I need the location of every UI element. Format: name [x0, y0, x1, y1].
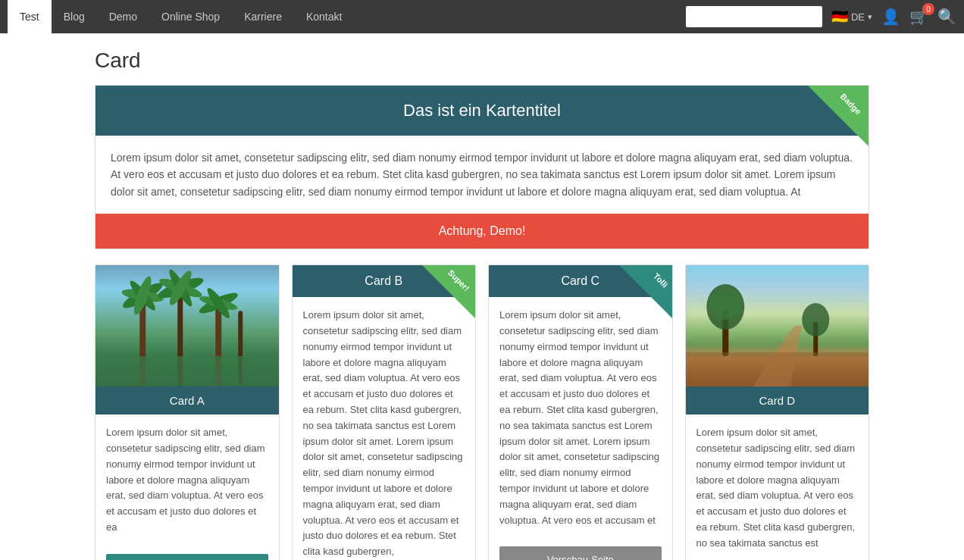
nav-item-blog[interactable]: Blog: [52, 0, 97, 33]
cart-icon[interactable]: 🛒 0: [909, 8, 928, 26]
search-icon[interactable]: 🔍: [937, 8, 956, 26]
card-b-title: Card B: [365, 274, 402, 287]
nav-item-test[interactable]: Test: [8, 0, 52, 33]
card-a-image: [95, 265, 279, 386]
svg-rect-21: [686, 352, 869, 386]
card-d-text: Lorem ipsum dolor sit amet, consetetur s…: [696, 425, 859, 551]
card-a-title: Card A: [170, 394, 205, 407]
card-grid: Card A Lorem ipsum dolor sit amet, conse…: [95, 264, 869, 560]
chevron-down-icon: ▾: [868, 12, 872, 22]
page-title: Card: [95, 48, 869, 73]
card-a-body: Lorem ipsum dolor sit amet, consetetur s…: [95, 415, 279, 546]
lang-code: DE: [851, 11, 865, 23]
card-a-text: Lorem ipsum dolor sit amet, consetetur s…: [106, 425, 268, 536]
card-d-title-bar: Card D: [686, 386, 869, 415]
big-card-body: Lorem ipsum dolor sit amet, consetetur s…: [95, 136, 869, 214]
card-d: Card D Lorem ipsum dolor sit amet, conse…: [685, 264, 870, 560]
big-card-header: Das ist ein Kartentitel Badge: [95, 86, 869, 136]
nav-item-demo[interactable]: Demo: [97, 0, 149, 33]
card-c-header: Card C: [489, 265, 672, 297]
card-c: Card C Tolli Lorem ipsum dolor sit amet,…: [488, 264, 673, 560]
card-a: Card A Lorem ipsum dolor sit amet, conse…: [95, 264, 280, 560]
card-b-header: Card B: [293, 265, 476, 297]
svg-point-20: [802, 303, 829, 336]
language-selector[interactable]: 🇩🇪 DE ▾: [831, 8, 872, 25]
nav-item-kontakt[interactable]: Kontakt: [294, 0, 354, 33]
card-a-title-bar: Card A: [95, 386, 279, 415]
card-c-text: Lorem ipsum dolor sit amet, consetetur s…: [499, 308, 662, 528]
card-b: Card B Super! Lorem ipsum dolor sit amet…: [292, 264, 477, 560]
big-card: Das ist ein Kartentitel Badge Lorem ipsu…: [95, 85, 869, 249]
big-card-alert: Achtung, Demo!: [95, 214, 869, 249]
card-c-footer: Vorschau-Seite: [489, 539, 672, 560]
card-d-image: [686, 265, 869, 386]
main-content: Card Das ist ein Kartentitel Badge Lorem…: [0, 33, 964, 560]
navbar: Test Blog Demo Online Shop Karriere Kont…: [0, 0, 964, 33]
card-a-footer: Hier gehts zur Demo!: [95, 546, 279, 560]
card-b-text: Lorem ipsum dolor sit amet, consetetur s…: [303, 308, 465, 560]
card-c-button[interactable]: Vorschau-Seite: [499, 546, 662, 560]
nav-menu: Test Blog Demo Online Shop Karriere Kont…: [8, 0, 686, 33]
card-a-button[interactable]: Hier gehts zur Demo!: [106, 554, 268, 560]
cart-badge-count: 0: [922, 3, 934, 15]
search-input[interactable]: [686, 6, 822, 27]
big-card-text: Lorem ipsum dolor sit amet, consetetur s…: [111, 149, 853, 200]
svg-rect-15: [95, 356, 279, 386]
nav-item-online-shop[interactable]: Online Shop: [149, 0, 232, 33]
big-card-title: Das ist ein Kartentitel: [403, 101, 561, 120]
nav-right-section: 🇩🇪 DE ▾ 👤 🛒 0 🔍: [686, 6, 956, 27]
alert-text: Achtung, Demo!: [439, 224, 526, 237]
user-icon[interactable]: 👤: [881, 8, 900, 26]
card-c-body: Lorem ipsum dolor sit amet, consetetur s…: [489, 297, 672, 539]
card-c-title: Card C: [561, 274, 599, 287]
nav-item-karriere[interactable]: Karriere: [232, 0, 294, 33]
svg-point-18: [710, 286, 740, 320]
card-d-title: Card D: [759, 394, 795, 407]
flag-icon: 🇩🇪: [831, 8, 848, 25]
card-d-body: Lorem ipsum dolor sit amet, consetetur s…: [686, 415, 869, 560]
card-b-body: Lorem ipsum dolor sit amet, consetetur s…: [293, 297, 476, 560]
